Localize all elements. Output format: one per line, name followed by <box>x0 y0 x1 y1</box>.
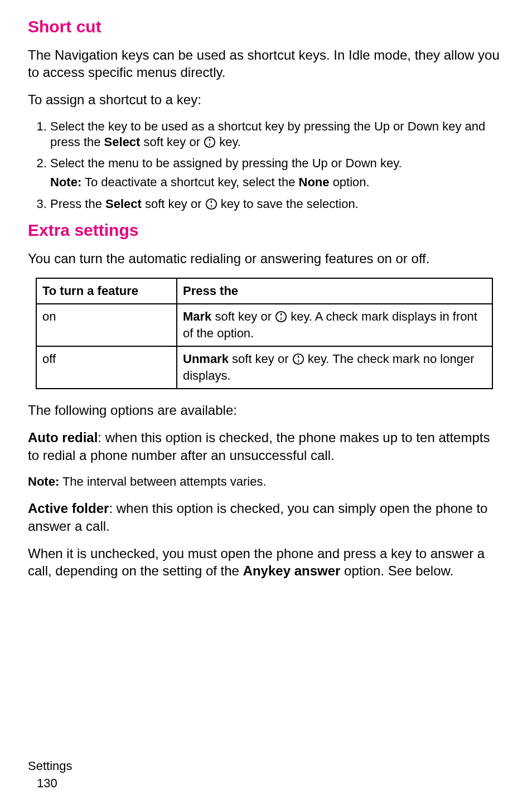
table-cell-off-desc: Unmark soft key or key. The check mark n… <box>177 346 492 389</box>
table-header-row: To turn a feature Press the <box>36 278 492 304</box>
text-fragment: To deactivate a shortcut key, select the <box>81 175 298 189</box>
text-fragment: Press the <box>50 197 105 211</box>
table-header-1: To turn a feature <box>36 278 177 304</box>
shortcut-step-3: Press the Select soft key or key to save… <box>50 196 504 212</box>
unchecked-para: When it is unchecked, you must open the … <box>28 545 504 579</box>
table-cell-on-desc: Mark soft key or key. A check mark displ… <box>177 304 492 346</box>
shortcut-step-1: Select the key to be used as a shortcut … <box>50 119 504 151</box>
shortcut-intro-2: To assign a shortcut to a key: <box>28 91 504 108</box>
footer-section: Settings <box>28 759 72 773</box>
ok-key-icon <box>205 197 217 213</box>
ok-key-icon <box>292 352 304 368</box>
unmark-label: Unmark <box>183 352 229 366</box>
heading-short-cut: Short cut <box>28 16 504 37</box>
table-row: on Mark soft key or key. A check mark di… <box>36 304 492 346</box>
options-intro: The following options are available: <box>28 401 504 419</box>
feature-table: To turn a feature Press the on Mark soft… <box>36 278 493 390</box>
note-label: Note: <box>50 175 81 189</box>
page-footer: Settings 130 <box>28 758 72 791</box>
text-fragment: : when this option is checked, the phone… <box>28 430 490 462</box>
ok-key-icon <box>275 309 287 326</box>
active-folder-para: Active folder: when this option is check… <box>28 500 504 534</box>
text-fragment: option. See below. <box>340 563 453 578</box>
table-row: off Unmark soft key or key. The check ma… <box>36 346 492 389</box>
text-fragment: Select the menu to be assigned by pressi… <box>50 156 402 170</box>
shortcut-note: Note: To deactivate a shortcut key, sele… <box>50 175 504 191</box>
select-label: Select <box>104 135 141 149</box>
text-fragment: soft key or <box>142 197 205 211</box>
table-header-2: Press the <box>177 278 492 304</box>
text-fragment: soft key or <box>140 135 204 149</box>
text-fragment: key to save the selection. <box>217 197 359 211</box>
note-label: Note: <box>28 474 59 488</box>
table-cell-on: on <box>36 304 177 346</box>
text-fragment: soft key or <box>211 309 275 323</box>
interval-note: Note: The interval between attempts vari… <box>28 474 504 490</box>
none-label: None <box>299 175 330 189</box>
table-cell-off: off <box>36 346 177 389</box>
shortcut-intro-1: The Navigation keys can be used as short… <box>28 46 504 81</box>
select-label: Select <box>105 197 142 211</box>
text-fragment: key. <box>216 135 241 149</box>
anykey-answer-label: Anykey answer <box>243 563 341 578</box>
auto-redial-para: Auto redial: when this option is checked… <box>28 429 504 463</box>
auto-redial-label: Auto redial <box>28 430 98 445</box>
text-fragment: soft key or <box>229 352 292 366</box>
active-folder-label: Active folder <box>28 501 109 516</box>
text-fragment: option. <box>330 175 370 189</box>
extra-settings-intro: You can turn the automatic redialing or … <box>28 250 504 267</box>
mark-label: Mark <box>183 309 211 323</box>
page-number: 130 <box>37 776 72 792</box>
heading-extra-settings: Extra settings <box>28 219 504 241</box>
text-fragment: The interval between attempts varies. <box>59 474 266 488</box>
ok-key-icon <box>204 135 216 151</box>
shortcut-step-2: Select the menu to be assigned by pressi… <box>50 156 504 191</box>
shortcut-steps-list: Select the key to be used as a shortcut … <box>28 119 504 213</box>
